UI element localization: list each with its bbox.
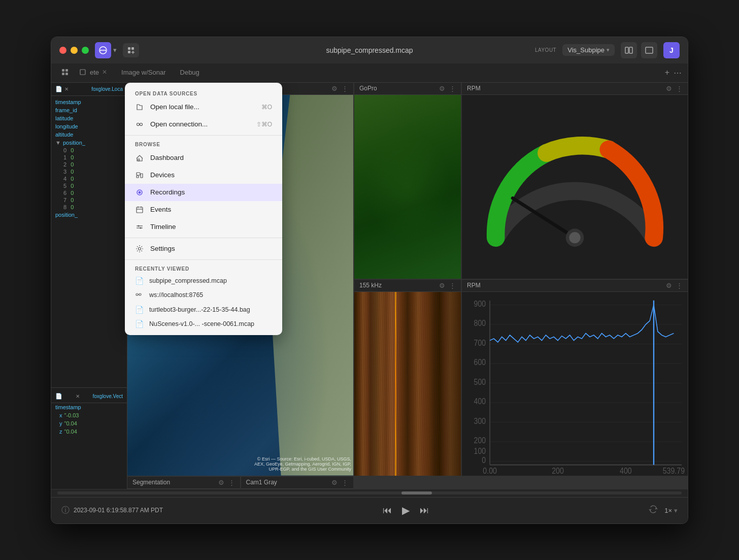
rv-label-3: NuScenes-v1.0-... -scene-0061.mcap [149,320,254,327]
events-icon [135,205,144,214]
scroll-area [51,489,688,497]
svg-point-65 [139,293,141,295]
svg-rect-51 [137,176,139,178]
layout-single-btn[interactable] [641,42,657,58]
menu-divider-1 [125,135,282,136]
speed-value: 1× [664,507,672,514]
recordings-item[interactable]: Recordings [125,184,282,201]
new-panel-button[interactable] [123,43,139,57]
menu-divider-3 [125,259,282,260]
speed-selector[interactable]: 1× ▾ [664,507,678,514]
settings-icon [135,244,144,253]
timeline-item[interactable]: Timeline [125,218,282,236]
recordings-label: Recordings [150,188,272,196]
tab-image-sonar[interactable]: Image w/Sonar [114,63,173,82]
tab-panel-icon[interactable] [57,63,73,82]
rv-label-2: turtlebot3-burger...-22-15-35-44.bag [149,306,250,313]
bottom-info: ⓘ 2023-09-01 6:19:58.877 AM PDT [61,505,163,516]
open-connection-icon [135,120,144,129]
rv-item-3[interactable]: 📄 NuScenes-v1.0-... -scene-0061.mcap [125,317,282,331]
layout-info: LAYOUT [535,47,556,53]
right-controls: 1× ▾ [648,504,678,517]
tab-menu-button[interactable]: ⋯ [674,68,682,78]
window-title: subpipe_compressed.mcap [326,46,413,54]
title-right-controls: LAYOUT Vis_Subpipe ▾ J [535,42,680,58]
open-local-file-icon [135,103,144,112]
rv-item-0[interactable]: 📄 subpipe_compressed.mcap [125,274,282,288]
svg-point-1 [100,49,102,51]
svg-rect-6 [128,51,130,53]
svg-point-62 [140,227,142,228]
maximize-button[interactable] [82,47,89,54]
svg-point-46 [137,123,140,125]
rv-file-icon-2: 📄 [135,306,143,314]
devices-icon [135,171,144,180]
recently-viewed-label: RECENTLY VIEWED [125,262,282,274]
rv-label-0: subpipe_compressed.mcap [149,277,227,284]
playback-controls: ⏮ ▶ ⏭ [383,504,429,516]
layout-name: Vis_Subpipe [567,46,604,54]
browse-label: BROWSE [125,138,282,149]
svg-rect-14 [62,73,64,75]
timestamp-display: 2023-09-01 6:19:58.877 AM PDT [74,507,163,514]
app-icon[interactable] [95,42,111,58]
minimize-button[interactable] [71,47,78,54]
dashboard-icon [135,153,144,162]
svg-rect-10 [629,47,632,53]
rv-file-icon-0: 📄 [135,277,143,285]
user-avatar[interactable]: J [663,42,680,58]
scroll-thumb[interactable] [401,491,432,495]
play-button[interactable]: ▶ [402,504,410,516]
traffic-lights [59,47,89,54]
app-window: ▾ subpipe_compressed.mcap LAYOUT Vis_Sub… [51,37,688,524]
tab-actions: + ⋯ [665,68,682,78]
open-local-file-shortcut: ⌘O [261,104,272,111]
info-icon[interactable]: ⓘ [61,505,70,516]
svg-rect-12 [62,69,64,72]
svg-rect-11 [646,47,653,53]
close-button[interactable] [59,47,66,54]
scroll-track[interactable] [57,491,682,495]
svg-rect-49 [138,159,140,161]
open-connection-item[interactable]: Open connection... ⇧⌘O [125,116,282,133]
rv-item-1[interactable]: ws://localhost:8765 [125,288,282,303]
svg-rect-16 [80,70,85,75]
settings-label: Settings [150,245,272,252]
layout-label: LAYOUT [535,47,556,53]
app-icon-area: ▾ [95,42,117,58]
open-connection-shortcut: ⇧⌘O [256,121,272,128]
open-local-file-label: Open local file... [150,103,255,111]
tab-ete-label: ete [90,69,99,76]
svg-rect-15 [65,73,68,75]
add-tab-button[interactable]: + [665,68,669,78]
tab-debug-label: Debug [180,69,199,76]
layout-split-btn[interactable] [621,42,637,58]
svg-point-61 [138,225,140,226]
dashboard-item[interactable]: Dashboard [125,149,282,167]
title-bar: ▾ subpipe_compressed.mcap LAYOUT Vis_Sub… [51,37,688,63]
tab-image-sonar-label: Image w/Sonar [121,69,165,76]
events-item[interactable]: Events [125,201,282,218]
layout-selector[interactable]: Vis_Subpipe ▾ [562,44,615,56]
settings-item[interactable]: Settings [125,240,282,257]
svg-rect-9 [625,47,628,53]
open-local-file-item[interactable]: Open local file... ⌘O [125,98,282,116]
skip-back-button[interactable]: ⏮ [383,505,392,516]
svg-point-54 [139,191,141,193]
svg-rect-50 [137,173,140,175]
tab-debug[interactable]: Debug [173,63,207,82]
open-connection-label: Open connection... [150,120,250,128]
loop-button[interactable] [648,504,658,517]
app-menu-chevron[interactable]: ▾ [113,46,117,54]
skip-forward-button[interactable]: ⏭ [420,505,429,516]
svg-rect-4 [128,47,130,50]
svg-point-63 [139,247,141,250]
timeline-label: Timeline [150,223,272,230]
svg-rect-13 [65,69,68,72]
devices-label: Devices [150,171,272,179]
rv-item-2[interactable]: 📄 turtlebot3-burger...-22-15-35-44.bag [125,303,282,317]
tab-close-ete[interactable]: ✕ [102,69,107,76]
devices-item[interactable]: Devices [125,167,282,184]
events-label: Events [150,206,272,213]
tab-ete[interactable]: ete ✕ [73,63,114,82]
